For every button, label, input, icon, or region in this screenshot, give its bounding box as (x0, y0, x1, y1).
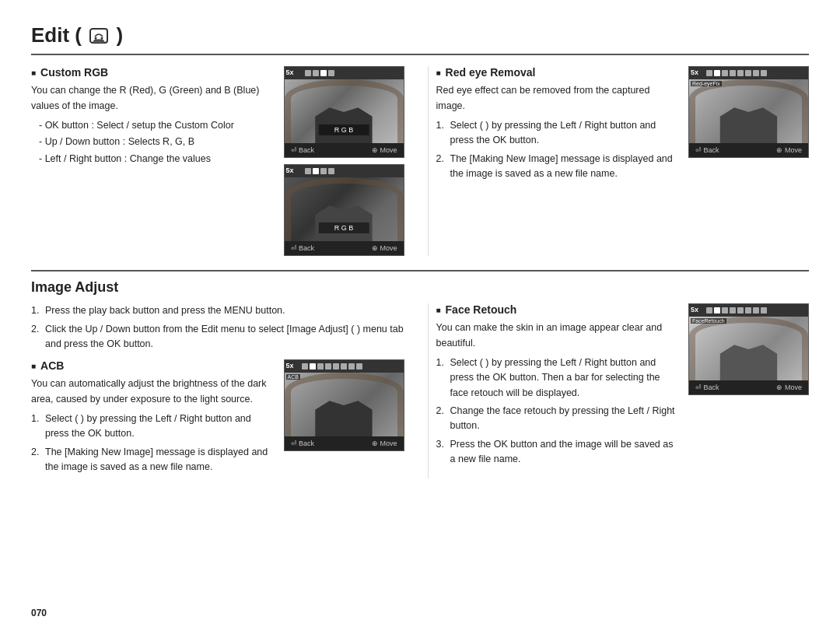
acb-label: ACB (286, 374, 300, 380)
face-step-text-1: Select ( ) by pressing the Left / Right … (450, 356, 681, 401)
acb-desc: You can automatically adjust the brightn… (31, 377, 276, 407)
bullet-2: - Up / Down button : Selects R, G, B (31, 135, 276, 149)
page-number: 070 (31, 608, 47, 618)
move-label-2: ⊕ Move (372, 244, 397, 252)
red-eye-text: Red eye Removal Red eye effect can be re… (436, 66, 681, 184)
red-eye-screens: 5x (688, 66, 809, 184)
back-label-2: ⏎ Back (291, 244, 315, 252)
acb-content: ACB You can automatically adjust the bri… (31, 359, 404, 478)
camera-screen-acb: 5x (284, 359, 404, 451)
camera-bottom-2: ⏎ Back ⊕ Move (285, 241, 404, 255)
bullet-3: - Left / Right button : Change the value… (31, 152, 276, 166)
acb-title: ACB (31, 359, 276, 372)
custom-rgb-desc: You can change the R (Red), G (Green) an… (31, 83, 276, 114)
red-eye-step-1: 1. Select ( ) by pressing the Left / Rig… (436, 118, 681, 149)
face-retouch-screen: 5x (688, 303, 809, 470)
acb-step-2: 2. The [Making New Image] message is dis… (31, 445, 276, 475)
face-retouch-overlay-label: FaceRetouch (691, 318, 726, 324)
image-adjust-content: 1. Press the play back button and press … (31, 303, 809, 478)
svg-point-2 (101, 37, 103, 40)
ia-intro-step-1: 1. Press the play back button and press … (31, 303, 404, 318)
size-badge-acb: 5x (286, 362, 294, 370)
page-title: Edit ( ) (31, 23, 123, 47)
camera-top-bar-face: 5x (689, 304, 808, 317)
face-step-2: 2. Change the face retouch by pressing t… (436, 404, 681, 434)
image-adjust-section: Image Adjust 1. Press the play back butt… (31, 270, 809, 478)
camera-bottom-acb: ⏎ Back ⊕ Move (285, 436, 404, 450)
face-step-text-3: Press the OK button and the image will b… (450, 437, 681, 468)
back-label-face: ⏎ Back (695, 384, 719, 391)
ia-left: 1. Press the play back button and press … (31, 303, 412, 478)
face-retouch-text: Face Retouch You can make the skin in an… (436, 303, 681, 470)
custom-rgb-screens: 5x R G B (284, 66, 404, 256)
ia-intro-step-2: 2. Click the Up / Down button from the E… (31, 322, 404, 352)
back-label-acb: ⏎ Back (291, 440, 315, 447)
acb-screen: 5x (284, 359, 404, 478)
camera-top-bar-acb: 5x (285, 360, 404, 373)
custom-rgb-title: Custom RGB (31, 66, 276, 79)
edit-icon (87, 26, 110, 47)
move-label-face: ⊕ Move (776, 384, 802, 391)
camera-bottom-1: ⏎ Back ⊕ Move (285, 143, 404, 157)
step-text-1: Select ( ) by pressing the Left / Right … (450, 118, 681, 149)
camera-screen-face: 5x (688, 303, 809, 395)
bullet-1: - OK button : Select / setup the Custom … (31, 118, 276, 133)
camera-screen-1: 5x R G B (284, 66, 404, 158)
red-eye-title: Red eye Removal (436, 66, 681, 79)
move-label-acb: ⊕ Move (372, 440, 397, 447)
move-label-re: ⊕ Move (776, 146, 802, 154)
back-label-re: ⏎ Back (695, 146, 719, 154)
size-badge-re: 5x (691, 68, 698, 76)
face-step-3: 3. Press the OK button and the image wil… (436, 437, 681, 468)
acb-text: ACB You can automatically adjust the bri… (31, 359, 276, 478)
camera-bottom-re: ⏎ Back ⊕ Move (689, 143, 808, 157)
ia-text-2: Click the Up / Down button from the Edit… (45, 322, 404, 352)
page: Edit ( ) Custom RGB You can change the R… (0, 0, 840, 634)
camera-top-bar-re: 5x (689, 67, 808, 79)
camera-screen-2: 5x R G B (284, 164, 404, 256)
size-badge-2: 5x (286, 166, 294, 174)
step-num-2: 2. (436, 152, 447, 182)
rgb-bar-2: R G B (319, 222, 369, 233)
ia-num-2: 2. (31, 322, 42, 352)
header: Edit ( ) (31, 23, 809, 55)
face-num-2: 2. (436, 404, 447, 434)
acb-step-1: 1. Select ( ) by pressing the Left / Rig… (31, 412, 276, 442)
face-num-1: 1. (436, 356, 447, 401)
acb-num-1: 1. (31, 412, 42, 442)
camera-inner-face: FaceRetouch (689, 317, 808, 380)
ia-right: Face Retouch You can make the skin in an… (428, 303, 810, 478)
left-column: Custom RGB You can change the R (Red), G… (31, 66, 412, 256)
face-step-text-2: Change the face retouch by pressing the … (450, 404, 681, 434)
camera-top-bar-1: 5x (285, 67, 404, 79)
face-num-3: 3. (436, 437, 447, 468)
acb-num-2: 2. (31, 445, 42, 475)
camera-inner-acb: ACB (285, 373, 404, 436)
move-label-1: ⊕ Move (372, 146, 397, 154)
face-retouch-content: Face Retouch You can make the skin in an… (436, 303, 810, 470)
camera-screen-redeye: 5x (688, 66, 809, 158)
size-badge-1: 5x (286, 68, 294, 76)
custom-rgb-text: Custom RGB You can change the R (Red), G… (31, 66, 276, 256)
image-adjust-title: Image Adjust (31, 279, 809, 296)
face-retouch-title: Face Retouch (436, 303, 681, 316)
red-eye-step-2: 2. The [Making New Image] message is dis… (436, 152, 681, 182)
camera-top-bar-2: 5x (285, 165, 404, 177)
main-content: Custom RGB You can change the R (Red), G… (31, 66, 809, 256)
svg-point-1 (95, 37, 97, 40)
face-step-1: 1. Select ( ) by pressing the Left / Rig… (436, 356, 681, 401)
size-badge-face: 5x (691, 306, 698, 313)
step-text-2: The [Making New Image] message is displa… (450, 152, 681, 182)
camera-inner-re: Red-eyeFix (689, 79, 808, 143)
rgb-bar: R G B (319, 124, 369, 135)
acb-step-text-2: The [Making New Image] message is displa… (45, 445, 276, 475)
acb-step-text-1: Select ( ) by pressing the Left / Right … (45, 412, 276, 442)
camera-inner-1: R G B (285, 79, 404, 143)
back-label-1: ⏎ Back (291, 146, 315, 154)
face-retouch-desc: You can make the skin in an image appear… (436, 321, 681, 351)
ia-num-1: 1. (31, 303, 42, 318)
step-num-1: 1. (436, 118, 447, 149)
red-eye-desc: Red eye effect can be removed from the c… (436, 83, 681, 114)
right-column: Red eye Removal Red eye effect can be re… (428, 66, 810, 256)
ia-text-1: Press the play back button and press the… (45, 303, 285, 318)
